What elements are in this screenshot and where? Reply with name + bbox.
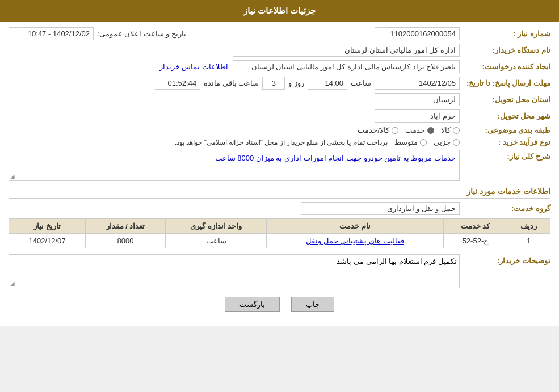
category-label: طبقه بندی موضوعی: [460,126,550,134]
city-value: خرم آباد [375,109,460,123]
resize-icon-2: ◢ [10,280,15,286]
category-option-khedmat[interactable]: خدمت [405,126,434,134]
services-table: ردیف کد خدمت نام خدمت واحد اندازه گیری ت… [9,218,550,248]
deadline-remaining-label: ساعت باقی مانده [204,79,259,87]
col-date: تاریخ نیاز [9,219,86,234]
service-group-label: گروه خدمت: [460,204,550,213]
table-row: 1 ح-52-52 فعالیت های پشتیبانی حمل ونقل س… [9,234,550,248]
category-khedmat-label: خدمت [405,126,425,134]
deadline-days-label: روز و [288,79,304,87]
col-code: کد خدمت [443,219,507,234]
print-button[interactable]: چاپ [291,297,334,312]
page-header: جزئیات اطلاعات نیاز [0,0,559,22]
category-radio-group: کالا خدمت کالا/خدمت [358,126,460,134]
province-value: لرستان [375,93,460,106]
purchase-option-jozi[interactable]: جزیی [434,138,460,146]
page-title: جزئیات اطلاعات نیاز [243,6,316,15]
org-name-value: اداره کل امور مالیاتی استان لرستان [233,44,460,57]
service-group-value: حمل و نقل و انبارداری [301,202,460,215]
cell-unit: ساعت [166,234,267,248]
creator-label: ایجاد کننده درخواست: [460,62,550,71]
city-label: شهر محل تحویل: [460,112,550,120]
need-desc-label: شرح کلی نیاز: [460,150,550,161]
cell-name[interactable]: فعالیت های پشتیبانی حمل ونقل [267,234,443,248]
deadline-label: مهلت ارسال پاسخ: تا تاریخ: [460,79,550,87]
purchase-motavaset-label: متوسط [394,138,418,146]
resize-icon: ◢ [10,173,15,179]
purchase-note: پرداخت تمام یا بخشی از مبلغ خریدار از مح… [175,138,388,146]
buttons-row: چاپ بازگشت [9,297,550,312]
creator-value: ناصر فلاح نژاد کارشناس مالی اداره کل امو… [233,60,460,73]
purchase-option-motavaset[interactable]: متوسط [394,138,427,146]
category-radio-kala-khedmat [392,127,398,134]
announce-date-label: تاریخ و ساعت اعلان عمومی: [97,29,186,38]
purchase-radio-jozi [453,139,460,146]
cell-date: 1402/12/07 [9,234,86,248]
purchase-type-label: نوع فرآیند خرید : [460,138,550,146]
deadline-time-label: ساعت [351,79,371,87]
col-unit: واحد اندازه گیری [166,219,267,234]
deadline-days: 3 [262,77,285,90]
col-qty: تعداد / مقدار [85,219,165,234]
deadline-remaining: 01:52:44 [155,77,200,90]
services-section-title: اطلاعات خدمات مورد نیاز [9,187,550,199]
org-name-label: نام دستگاه خریدار: [460,46,550,54]
need-desc-value: خدمات مربوط به تامین خودرو جهت انجام امو… [215,154,456,162]
need-number-label: شماره نیاز : [460,29,550,38]
deadline-time: 14:00 [308,77,347,90]
province-label: استان محل تحویل: [460,95,550,104]
purchase-radio-group: جزیی متوسط [394,138,460,146]
category-radio-khedmat [427,127,434,134]
category-option-kala-khedmat[interactable]: کالا/خدمت [358,126,398,134]
category-radio-kala [453,127,460,134]
creator-link[interactable]: اطلاعات تماس خریدار [159,62,228,71]
cell-code: ح-52-52 [443,234,507,248]
back-button[interactable]: بازگشت [225,297,280,312]
col-row: ردیف [507,219,550,234]
category-option-kala[interactable]: کالا [441,126,460,134]
deadline-date: 1402/12/05 [375,77,460,90]
cell-row: 1 [507,234,550,248]
need-number-value: 1102000162000054 [375,27,460,40]
announce-date-value: 1402/12/02 - 10:47 [9,27,94,40]
buyer-desc-box: تکمیل فرم استعلام بها الزامی می باشد ◢ [9,254,460,288]
category-kala-label: کالا [441,126,451,134]
purchase-jozi-label: جزیی [434,138,451,146]
cell-qty: 8000 [85,234,165,248]
category-kala-khedmat-label: کالا/خدمت [358,126,389,134]
buyer-desc-value: تکمیل فرم استعلام بها الزامی می باشد [11,257,457,265]
need-desc-box: خدمات مربوط به تامین خودرو جهت انجام امو… [9,150,460,181]
purchase-radio-motavaset [420,139,427,146]
buyer-desc-label: توضیحات خریدار: [460,254,550,265]
col-name: نام خدمت [267,219,443,234]
